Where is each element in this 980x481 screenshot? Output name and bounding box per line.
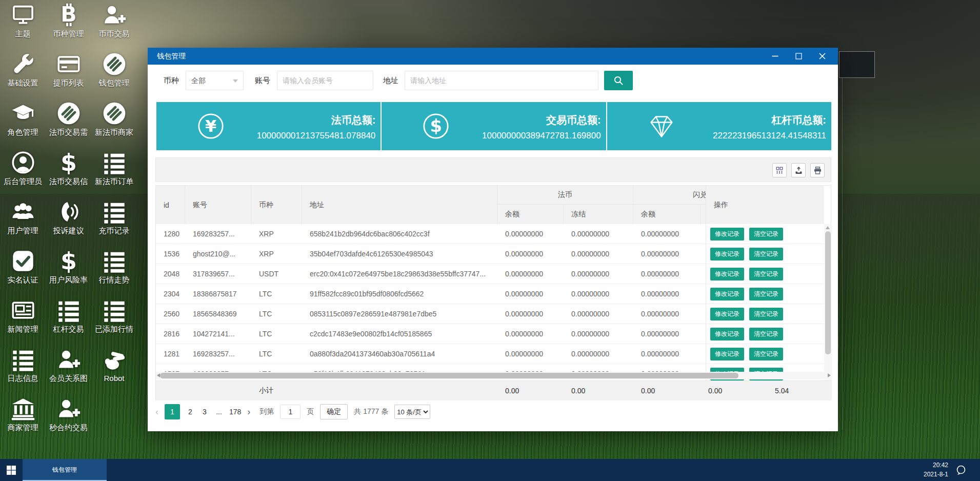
cell-account: 18386875817 — [185, 284, 251, 304]
chat-bubble-icon[interactable] — [955, 465, 967, 476]
desktop-icon[interactable]: 杠杆交易 — [46, 295, 91, 345]
desktop-icon[interactable]: 主题 — [0, 0, 46, 49]
desktop-icon[interactable]: 商家管理 — [0, 394, 46, 443]
desktop-icon[interactable]: 会员关系图 — [46, 345, 91, 394]
desktop-icon[interactable]: 新法币订单 — [91, 148, 137, 197]
desktop-icon[interactable]: 日志信息 — [0, 345, 46, 394]
desktop-icon[interactable]: 法币交易信 — [46, 148, 91, 197]
window-titlebar[interactable]: 钱包管理 — [148, 48, 838, 65]
desktop-icon[interactable]: 用户管理 — [0, 197, 46, 246]
page-number[interactable]: 2 — [186, 408, 194, 416]
edit-record-button[interactable]: 修改记录 — [710, 328, 744, 340]
list-icon — [103, 200, 126, 224]
taskbar-clock[interactable]: 20:42 2021-8-1 — [924, 461, 948, 479]
taskbar-date: 2021-8-1 — [924, 470, 948, 479]
window-title: 钱包管理 — [157, 52, 186, 61]
operation-rows: 修改记录清空记录修改记录清空记录修改记录清空记录修改记录清空记录修改记录清空记录… — [706, 224, 824, 380]
taskbar-item-wallet[interactable]: 钱包管理 — [23, 459, 107, 481]
coin-select[interactable]: 全部 — [186, 71, 244, 90]
clear-record-button[interactable]: 清空记录 — [749, 288, 783, 300]
desktop-icon-label: 行情走势 — [99, 275, 130, 285]
print-button[interactable] — [810, 163, 825, 177]
vertical-scrollbar-thumb[interactable] — [825, 231, 831, 354]
vertical-scrollbar[interactable] — [824, 224, 832, 380]
edit-record-button[interactable]: 修改记录 — [710, 348, 744, 360]
next-page-icon[interactable]: › — [247, 407, 250, 417]
clear-record-button[interactable]: 清空记录 — [749, 308, 783, 320]
desktop-icon[interactable]: 实名认证 — [0, 246, 46, 295]
graduation-cap-icon — [11, 102, 35, 125]
list-icon — [103, 249, 126, 273]
coin-logo-icon — [57, 102, 81, 125]
cell-id: 2560 — [156, 304, 185, 324]
columns-button[interactable] — [772, 163, 787, 177]
desktop-icon[interactable]: 法币交易需 — [46, 98, 91, 148]
list-icon — [103, 298, 126, 322]
scroll-right-arrow-icon[interactable] — [828, 373, 831, 377]
desktop-icon[interactable]: 新法币商家 — [91, 98, 137, 148]
confirm-button[interactable]: 确定 — [320, 404, 348, 419]
list-icon — [57, 298, 81, 322]
desktop-icon-label: 币币交易 — [99, 29, 130, 39]
prev-page-icon[interactable]: ‹ — [155, 407, 158, 417]
clear-record-button[interactable]: 清空记录 — [749, 228, 783, 240]
desktop-icon[interactable]: 后台管理员 — [0, 148, 46, 197]
desktop-icon[interactable]: 行情走势 — [91, 246, 137, 295]
desktop-icon-label: 秒合约交易 — [49, 423, 88, 433]
edit-record-button[interactable]: 修改记录 — [710, 288, 744, 300]
desktop-icon[interactable]: 币币交易 — [91, 0, 137, 49]
users-icon — [11, 200, 35, 224]
cell-account: 104272141... — [185, 324, 251, 344]
search-button[interactable] — [604, 71, 633, 90]
goto-page-input[interactable] — [280, 405, 301, 419]
page-number[interactable]: 178 — [229, 408, 241, 416]
desktop-icon[interactable]: 投诉建议 — [46, 197, 91, 246]
desktop-icon[interactable]: 秒合约交易 — [46, 394, 91, 443]
page-number-active[interactable]: 1 — [165, 404, 180, 419]
header-account: 账号 — [185, 186, 251, 224]
account-filter-label: 账号 — [255, 71, 270, 90]
clear-record-button[interactable]: 清空记录 — [749, 328, 783, 340]
maximize-button[interactable] — [787, 48, 810, 65]
edit-record-button[interactable]: 修改记录 — [710, 268, 744, 280]
dollar-circle-icon — [423, 113, 449, 139]
desktop-icon[interactable]: 提币列表 — [46, 49, 91, 98]
desktop-icon[interactable]: 用户风险率 — [46, 246, 91, 295]
summary-card: 交易币总额:100000000389472781.169800 — [382, 102, 606, 150]
clear-record-button[interactable]: 清空记录 — [749, 248, 783, 260]
edit-record-button[interactable]: 修改记录 — [710, 228, 744, 240]
export-button[interactable] — [791, 163, 806, 177]
dollar-icon — [57, 151, 81, 174]
desktop-icon[interactable]: 基础设置 — [0, 49, 46, 98]
clear-record-button[interactable]: 清空记录 — [749, 268, 783, 280]
account-input[interactable] — [277, 71, 373, 90]
user-plus-icon — [103, 3, 126, 27]
wallet-window: 钱包管理 币种 全部 账号 地址 法币总额:100000001213755481… — [148, 48, 838, 431]
scroll-up-arrow-icon[interactable] — [826, 226, 830, 229]
close-button[interactable] — [810, 48, 834, 65]
page-number[interactable]: 3 — [201, 408, 209, 416]
desktop-icon[interactable]: Robot — [91, 345, 137, 394]
desktop-icon[interactable]: 角色管理 — [0, 98, 46, 148]
address-input[interactable] — [405, 71, 598, 90]
coin-logo-icon — [103, 102, 126, 125]
clear-record-button[interactable]: 清空记录 — [749, 348, 783, 360]
cell-flash_balance: 0.00000000 — [633, 344, 701, 364]
bitcoin-icon — [57, 3, 81, 27]
desktop-icon[interactable]: 充币记录 — [91, 197, 137, 246]
cell-flash_balance: 0.00000000 — [633, 284, 701, 304]
page-size-select[interactable]: 10 条/页 — [394, 405, 430, 419]
edit-record-button[interactable]: 修改记录 — [710, 308, 744, 320]
minimize-button[interactable] — [763, 48, 787, 65]
desktop-icon[interactable]: 币种管理 — [46, 0, 91, 49]
horizontal-scrollbar-thumb[interactable] — [160, 373, 738, 378]
start-button[interactable] — [0, 459, 23, 481]
cell-coin: LTC — [251, 344, 302, 364]
edit-record-button[interactable]: 修改记录 — [710, 248, 744, 260]
desktop-icon[interactable]: 新闻管理 — [0, 295, 46, 345]
desktop-icon[interactable]: 已添加行情 — [91, 295, 137, 345]
horizontal-scrollbar[interactable] — [156, 372, 832, 379]
user-circle-icon — [11, 151, 35, 174]
desktop-icon-label: 后台管理员 — [4, 177, 42, 187]
desktop-icon[interactable]: 钱包管理 — [91, 49, 137, 98]
